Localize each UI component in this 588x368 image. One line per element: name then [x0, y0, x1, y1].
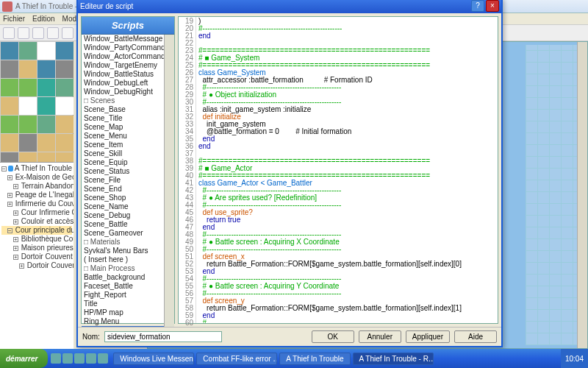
cancel-button[interactable]: Annuler	[359, 330, 401, 343]
script-list-item[interactable]: □ Materials	[82, 238, 164, 247]
script-list-item[interactable]: Scene_Item	[82, 141, 164, 149]
script-list-item[interactable]: Scene_Gameover	[82, 229, 164, 238]
tree-node[interactable]: Peage de L'Inegalit	[1, 191, 72, 199]
ok-button[interactable]: OK	[312, 330, 354, 343]
task-item[interactable]: Combat FF-like error …	[196, 353, 277, 365]
map-tree[interactable]: A Thief In TroubleEx-Maison de GeorgTerr…	[0, 162, 74, 368]
script-list-item[interactable]: Scene_File	[82, 176, 164, 185]
script-list-item[interactable]: □ Scenes	[82, 96, 164, 105]
script-list-item[interactable]: □ Main Process	[82, 264, 164, 273]
scripts-list[interactable]: Window_BattleMessageWindow_PartyCommandW…	[82, 35, 164, 327]
script-list-item[interactable]: Window_BattleMessage	[82, 35, 164, 43]
script-name-input[interactable]	[104, 331, 222, 342]
dialog-footer: Nom: OK Annuler Appliquer Aide	[78, 327, 501, 346]
canvas-scrollbar[interactable]	[577, 42, 587, 348]
script-list-item[interactable]: Scene_Battle	[82, 220, 164, 229]
script-list-item[interactable]: Scene_End	[82, 185, 164, 194]
script-list-item[interactable]: ( Insert here )	[82, 255, 164, 264]
script-list-item[interactable]: Window_TargetEnemy	[82, 61, 164, 70]
script-list-item[interactable]: Battle_background	[82, 273, 164, 282]
dialog-titlebar[interactable]: Editeur de script ? ×	[78, 0, 501, 13]
tree-node[interactable]: Bibliothèque Couv	[1, 235, 72, 244]
script-list-item[interactable]: Scene_Map	[82, 123, 164, 132]
script-list-item[interactable]: Scene_Shop	[82, 194, 164, 202]
script-list-item[interactable]: Window_DebugLeft	[82, 79, 164, 88]
script-editor-dialog: Editeur de script ? × Scripts Window_Bat…	[76, 0, 503, 347]
scripts-header: Scripts	[82, 17, 174, 35]
tree-node[interactable]: Maison prieuress	[1, 244, 72, 252]
name-label: Nom:	[82, 333, 100, 341]
ql-icon[interactable]	[62, 353, 73, 364]
save-icon[interactable]	[32, 27, 44, 39]
script-list-item[interactable]: Window_PartyCommand	[82, 43, 164, 52]
ql-icon[interactable]	[86, 353, 96, 364]
taskbar: démarrer Windows Live Messen… Combat FF-…	[0, 349, 588, 368]
task-item[interactable]: A Thief In Trouble	[279, 353, 350, 365]
tree-node[interactable]: Cour Infirmerie Couv	[1, 208, 72, 217]
system-tray[interactable]: 10:04	[561, 349, 588, 368]
task-item[interactable]: Windows Live Messen…	[113, 353, 194, 365]
script-list-item[interactable]: Syvkal's Menu Bars	[82, 247, 164, 255]
script-list-item[interactable]: Window_DebugRight	[82, 88, 164, 96]
script-list-item[interactable]: Faceset_Battle	[82, 282, 164, 291]
apply-button[interactable]: Appliquer	[406, 330, 450, 343]
code-editor[interactable]: )#--------------------------------------…	[196, 17, 498, 323]
menu-file[interactable]: Fichier	[3, 15, 25, 23]
script-list-item[interactable]: Scene_Debug	[82, 211, 164, 220]
tree-node[interactable]: Ex-Maison de Georg	[1, 173, 72, 182]
tree-node[interactable]: Infirmerie du Couve	[1, 199, 72, 208]
script-list-item[interactable]: Ring Menu	[82, 317, 164, 326]
start-label: démarrer	[6, 355, 37, 363]
scripts-scrollbar[interactable]	[164, 35, 174, 327]
scripts-panel: Scripts Window_BattleMessageWindow_Party…	[81, 16, 175, 324]
map-grid	[526, 45, 584, 345]
tree-node[interactable]: Dortoir Couvent 1	[1, 252, 72, 261]
tree-node[interactable]: Couloir et accès Cha	[1, 217, 72, 226]
script-list-item[interactable]: Window_BattleStatus	[82, 70, 164, 79]
dialog-title: Editeur de script	[80, 2, 133, 10]
script-list-item[interactable]: Scene_Skill	[82, 149, 164, 158]
help-button[interactable]: Aide	[454, 330, 497, 343]
script-list-item[interactable]: Fight_Report	[82, 291, 164, 300]
script-list-item[interactable]: HP/MP map	[82, 308, 164, 317]
open-icon[interactable]	[18, 27, 29, 39]
close-icon[interactable]: ×	[486, 0, 499, 12]
clock: 10:04	[565, 355, 584, 363]
script-list-item[interactable]: Window_ActorCommand	[82, 52, 164, 61]
start-button[interactable]: démarrer	[0, 349, 48, 368]
script-list-item[interactable]: Scene_Menu	[82, 132, 164, 141]
tree-node[interactable]: Cour principale du Co	[1, 226, 72, 235]
script-list-item[interactable]: Scene_Name	[82, 202, 164, 211]
script-list-item[interactable]: Scene_Status	[82, 167, 164, 176]
script-list-item[interactable]: Scene_Base	[82, 105, 164, 114]
quick-launch[interactable]	[48, 353, 111, 364]
script-list-item[interactable]: Title	[82, 300, 164, 308]
app-icon	[2, 1, 12, 12]
tileset-grid[interactable]	[0, 41, 73, 171]
tree-node[interactable]: Dortoir Couven	[1, 261, 72, 270]
ql-icon[interactable]	[74, 353, 85, 364]
menu-edit[interactable]: Edition	[32, 15, 55, 23]
cut-icon[interactable]	[47, 27, 59, 39]
tree-node[interactable]: Terrain Abandonn	[1, 182, 72, 191]
code-gutter: 1920212223242526272829303132333435363738…	[179, 17, 196, 323]
ql-icon[interactable]	[98, 353, 108, 364]
new-icon[interactable]	[3, 27, 15, 39]
script-list-item[interactable]: Scene_Title	[82, 114, 164, 123]
code-panel: 1920212223242526272829303132333435363738…	[178, 16, 498, 324]
ql-icon[interactable]	[51, 353, 61, 364]
task-item-active[interactable]: A Thief In Trouble - R…	[353, 353, 434, 365]
copy-icon[interactable]	[62, 27, 74, 39]
script-list-item[interactable]: Scene_Equip	[82, 158, 164, 167]
help-icon[interactable]: ?	[471, 0, 484, 12]
